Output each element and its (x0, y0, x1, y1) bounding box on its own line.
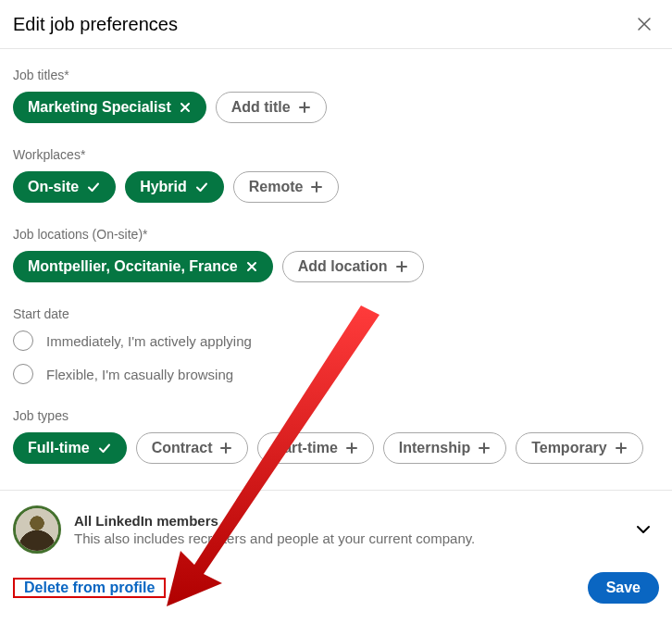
job-type-contract-pill[interactable]: Contract (136, 432, 249, 464)
workplaces-label: Workplaces* (13, 147, 659, 162)
locations-label: Job locations (On-site)* (13, 227, 659, 242)
plus-icon (345, 442, 358, 455)
plus-icon (219, 442, 232, 455)
job-type-parttime-pill[interactable]: Part-time (257, 432, 373, 464)
check-icon (86, 180, 101, 194)
plus-icon (310, 181, 323, 193)
save-button[interactable]: Save (588, 572, 659, 604)
plus-icon (395, 260, 408, 273)
add-location-text: Add location (298, 259, 388, 274)
add-location-pill[interactable]: Add location (282, 251, 424, 282)
add-title-text: Add title (231, 100, 291, 115)
job-title-pill[interactable]: Marketing Specialist (13, 92, 206, 123)
job-type-contract-text: Contract (152, 441, 213, 455)
workplace-onsite-text: On-site (28, 180, 79, 194)
start-date-label: Start date (13, 306, 659, 321)
start-date-option-immediate-label: Immediately, I'm actively applying (46, 333, 252, 349)
check-icon (97, 441, 112, 455)
job-type-parttime-text: Part-time (273, 441, 337, 455)
workplace-remote-text: Remote (249, 180, 304, 194)
start-date-option-flexible[interactable]: Flexible, I'm casually browsing (13, 364, 659, 384)
location-pill[interactable]: Montpellier, Occitanie, France (13, 251, 273, 282)
radio-icon (13, 330, 33, 351)
location-text: Montpellier, Occitanie, France (28, 259, 238, 274)
start-date-option-flexible-label: Flexible, I'm casually browsing (46, 367, 233, 382)
job-type-temporary-pill[interactable]: Temporary (516, 432, 643, 464)
job-type-fulltime-text: Full-time (28, 441, 90, 455)
job-type-fulltime-pill[interactable]: Full-time (13, 432, 127, 464)
add-title-pill[interactable]: Add title (216, 92, 327, 123)
visibility-row[interactable]: All LinkedIn members This also includes … (0, 490, 672, 563)
job-types-label: Job types (13, 408, 659, 423)
annotation-highlight-box: Delete from profile (13, 578, 166, 598)
close-icon (635, 15, 653, 33)
delete-from-profile-link[interactable]: Delete from profile (15, 574, 164, 601)
check-icon (194, 180, 209, 194)
workplace-remote-pill[interactable]: Remote (233, 171, 340, 203)
radio-icon (13, 364, 33, 384)
modal-title: Edit job preferences (13, 14, 178, 35)
job-titles-label: Job titles* (13, 68, 659, 82)
start-date-option-immediate[interactable]: Immediately, I'm actively applying (13, 330, 659, 351)
visibility-title: All LinkedIn members (74, 513, 620, 529)
workplace-onsite-pill[interactable]: On-site (13, 171, 116, 203)
job-type-internship-text: Internship (399, 441, 470, 455)
plus-icon (478, 442, 491, 455)
job-type-internship-pill[interactable]: Internship (383, 432, 506, 464)
plus-icon (615, 442, 628, 455)
visibility-subtitle: This also includes recruiters and people… (74, 530, 620, 546)
chevron-down-icon (633, 519, 653, 540)
remove-icon (245, 260, 258, 273)
close-button[interactable] (633, 13, 655, 35)
job-type-temporary-text: Temporary (531, 441, 607, 455)
plus-icon (298, 101, 311, 114)
workplace-hybrid-text: Hybrid (140, 180, 187, 194)
avatar (13, 505, 61, 554)
workplace-hybrid-pill[interactable]: Hybrid (125, 171, 224, 203)
job-title-text: Marketing Specialist (28, 100, 171, 115)
remove-icon (179, 101, 192, 114)
